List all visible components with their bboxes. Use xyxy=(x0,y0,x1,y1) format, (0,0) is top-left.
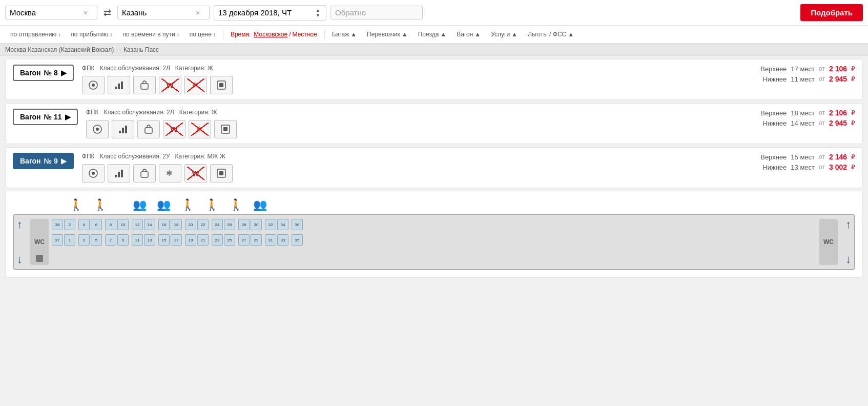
seat-24[interactable]: 24 xyxy=(212,219,223,230)
train-icon: ▲ xyxy=(440,31,446,38)
seat-36[interactable]: 36 xyxy=(292,219,303,230)
seat-21[interactable]: 21 xyxy=(197,234,209,246)
lower-seats-wagon9: 13 мест xyxy=(791,164,815,171)
upper-from-wagon8: от xyxy=(819,65,825,72)
date-input[interactable] xyxy=(218,8,316,17)
sort-by-price[interactable]: по цене ↕ xyxy=(184,29,221,40)
seat-13[interactable]: 13 xyxy=(144,234,155,246)
filter-services[interactable]: Услуги ▲ xyxy=(486,29,523,40)
sort-by-departure[interactable]: по отправлению ↕ xyxy=(5,29,66,40)
seat-15[interactable]: 15 xyxy=(158,234,170,246)
wagon-category-wagon11: Категория: Ж xyxy=(179,109,217,116)
wc-left: WC xyxy=(30,219,49,265)
seat-4[interactable]: 4 xyxy=(78,219,90,230)
seat-14[interactable]: 14 xyxy=(144,219,155,230)
seat-37[interactable]: 37 xyxy=(52,234,63,246)
sort-by-time[interactable]: по времени в пути ↕ xyxy=(117,29,184,40)
seat-23[interactable]: 23 xyxy=(212,234,223,246)
arrow-down-left: ↓ xyxy=(17,253,23,266)
filter-baggage[interactable]: Багаж ▲ xyxy=(327,29,362,40)
svg-rect-13 xyxy=(125,126,127,133)
seat-33[interactable]: 33 xyxy=(277,234,288,246)
wagon-label-wagon11: Вагон xyxy=(20,113,41,121)
seat-16[interactable]: 16 xyxy=(158,219,170,230)
filter-train[interactable]: Поезда ▲ xyxy=(413,29,452,40)
arrow-down-right: ↓ xyxy=(845,253,851,266)
seat-22[interactable]: 22 xyxy=(197,219,209,230)
lower-from-wagon9: от xyxy=(819,164,825,171)
to-input[interactable] xyxy=(122,8,194,17)
seat-26[interactable]: 26 xyxy=(224,219,235,230)
clear-from-btn[interactable]: × xyxy=(84,9,88,17)
wc-right: WC xyxy=(819,219,838,265)
filter-benefits[interactable]: Льготы / ФСС ▲ xyxy=(523,29,579,40)
wagon-card-inner-wagon8: Вагон № 8 ▶ФПККласс обслуживания: 2ЛКате… xyxy=(6,59,862,99)
seat-2[interactable]: 2 xyxy=(64,219,75,230)
date-up-arrow[interactable]: ▲ xyxy=(316,8,320,13)
upper-seats-wagon8: 17 мест xyxy=(791,65,815,73)
from-input[interactable] xyxy=(10,8,81,17)
seat-28[interactable]: 28 xyxy=(238,219,250,230)
arrow-up-left: ↑ xyxy=(17,218,23,231)
seat-30[interactable]: 30 xyxy=(251,219,262,230)
date-arrows[interactable]: ▲ ▼ xyxy=(316,8,320,18)
wagon-prices-wagon9: Верхнее 15 мест от 2 146 ₽ Нижнее 13 мес… xyxy=(753,153,855,173)
seat-38[interactable]: 38 xyxy=(52,219,63,230)
seat-7[interactable]: 7 xyxy=(105,234,116,246)
wagon-icon-wagon8-bag xyxy=(133,76,156,94)
sort-time-icon: ↕ xyxy=(177,32,179,37)
seat-35[interactable]: 35 xyxy=(292,234,303,246)
wagon-btn-wagon8[interactable]: Вагон № 8 ▶ xyxy=(13,65,74,81)
search-button[interactable]: Подобрать xyxy=(800,4,863,21)
time-moscow-btn[interactable]: Московское xyxy=(254,31,287,38)
lower-label-wagon9: Нижнее xyxy=(762,164,787,171)
comp-top-6: 2426 xyxy=(212,219,235,230)
filter-wagon[interactable]: Вагон ▲ xyxy=(451,29,486,40)
svg-rect-3 xyxy=(118,84,120,89)
back-input[interactable]: Обратно xyxy=(330,6,423,19)
train-label: Поезда xyxy=(418,31,439,38)
date-down-arrow[interactable]: ▼ xyxy=(316,13,320,18)
sort-price-icon: ↕ xyxy=(213,32,216,37)
seat-31[interactable]: 31 xyxy=(265,234,276,246)
seat-11[interactable]: 11 xyxy=(132,234,143,246)
compartment-icons-row: 🚶 🚶 👥 👥 🚶 🚶 🚶 👥 xyxy=(13,198,855,212)
seat-20[interactable]: 20 xyxy=(185,219,196,230)
filter-carrier[interactable]: Перевозчик ▲ xyxy=(362,29,413,40)
seat-10[interactable]: 10 xyxy=(117,219,129,230)
swap-direction-btn[interactable]: ⇄ xyxy=(101,7,113,18)
seat-6[interactable]: 6 xyxy=(91,219,102,230)
wagon-icon-wagon9-ac: ❄ xyxy=(159,164,181,182)
seat-29[interactable]: 29 xyxy=(251,234,262,246)
wagon-icon-wagon9-bio xyxy=(210,164,233,182)
seat-18[interactable]: 18 xyxy=(171,219,182,230)
svg-rect-11 xyxy=(119,131,121,133)
seat-3[interactable]: 3 xyxy=(78,234,90,246)
lower-currency-wagon11: ₽ xyxy=(851,119,855,127)
wagon-card-wagon9: Вагон № 9 ▶ФПККласс обслуживания: 2УКате… xyxy=(5,147,863,188)
seat-8[interactable]: 8 xyxy=(105,219,116,230)
filter-divider-1 xyxy=(223,30,223,39)
seat-9[interactable]: 9 xyxy=(117,234,129,246)
wagon-category-wagon9: Категория: МЖ Ж xyxy=(175,153,225,160)
svg-rect-17 xyxy=(223,127,228,131)
wagon-btn-wagon9[interactable]: Вагон № 9 ▶ xyxy=(13,153,74,169)
seat-5[interactable]: 5 xyxy=(91,234,102,246)
seat-34[interactable]: 34 xyxy=(277,219,288,230)
seat-17[interactable]: 17 xyxy=(171,234,182,246)
wagon-btn-wagon11[interactable]: Вагон № 11 ▶ xyxy=(13,109,78,125)
seat-12[interactable]: 12 xyxy=(132,219,143,230)
sort-by-arrival[interactable]: по прибытию ↕ xyxy=(66,29,117,40)
wagon-info-wagon9: ФПККласс обслуживания: 2УКатегория: МЖ Ж… xyxy=(82,153,745,182)
time-local-btn[interactable]: Местное xyxy=(293,31,317,38)
lower-price-wagon9: 3 002 xyxy=(829,163,847,171)
seat-32[interactable]: 32 xyxy=(265,219,276,230)
seat-27[interactable]: 27 xyxy=(238,234,250,246)
route-header: Москва Казанская (Казанский Вокзал) — Ка… xyxy=(0,44,868,56)
seat-1[interactable]: 1 xyxy=(64,234,75,246)
clear-to-btn[interactable]: × xyxy=(196,9,200,17)
upper-from-wagon11: от xyxy=(819,109,825,116)
seat-19[interactable]: 19 xyxy=(185,234,196,246)
seat-25[interactable]: 25 xyxy=(224,234,235,246)
wagon-card-inner-wagon9: Вагон № 9 ▶ФПККласс обслуживания: 2УКате… xyxy=(6,148,862,188)
